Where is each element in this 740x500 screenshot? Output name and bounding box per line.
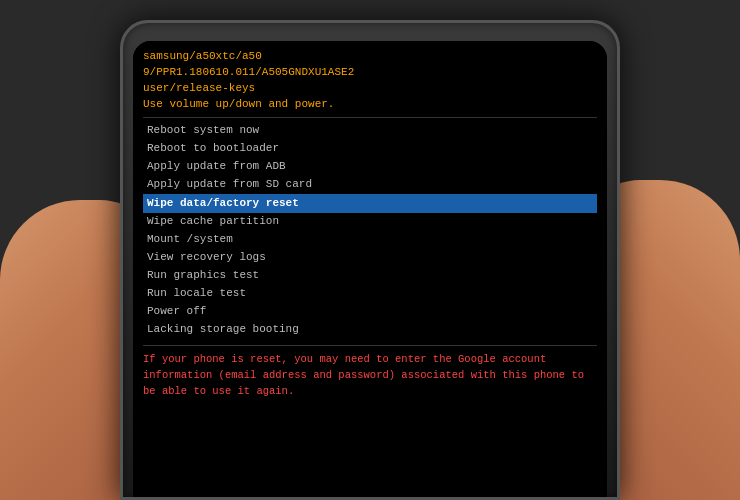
device-line1: samsung/a50xtc/a50 (143, 49, 597, 65)
menu-item-lacking-storage[interactable]: Lacking storage booting (143, 321, 597, 339)
menu-item-apply-sd[interactable]: Apply update from SD card (143, 176, 597, 194)
menu-item-apply-adb[interactable]: Apply update from ADB (143, 158, 597, 176)
menu-item-wipe-cache[interactable]: Wipe cache partition (143, 213, 597, 231)
warning-section: If your phone is reset, you may need to … (143, 345, 597, 399)
menu-item-graphics-test[interactable]: Run graphics test (143, 267, 597, 285)
menu-item-wipe-data[interactable]: Wipe data/factory reset (143, 194, 597, 214)
menu-item-reboot-bootloader[interactable]: Reboot to bootloader (143, 140, 597, 158)
phone-body: samsung/a50xtc/a50 9/PPR1.180610.011/A50… (120, 20, 620, 500)
device-line2: 9/PPR1.180610.011/A505GNDXU1ASE2 (143, 65, 597, 81)
menu-item-mount-system[interactable]: Mount /system (143, 231, 597, 249)
phone-screen: samsung/a50xtc/a50 9/PPR1.180610.011/A50… (133, 41, 607, 497)
divider-top (143, 117, 597, 118)
recovery-menu: Reboot system now Reboot to bootloader A… (143, 122, 597, 339)
menu-item-view-logs[interactable]: View recovery logs (143, 249, 597, 267)
device-line4: Use volume up/down and power. (143, 97, 597, 113)
menu-item-locale-test[interactable]: Run locale test (143, 285, 597, 303)
scene: samsung/a50xtc/a50 9/PPR1.180610.011/A50… (0, 0, 740, 500)
menu-item-reboot-system[interactable]: Reboot system now (143, 122, 597, 140)
device-info: samsung/a50xtc/a50 9/PPR1.180610.011/A50… (143, 49, 597, 113)
device-line3: user/release-keys (143, 81, 597, 97)
warning-text: If your phone is reset, you may need to … (143, 352, 597, 399)
menu-item-power-off[interactable]: Power off (143, 303, 597, 321)
recovery-ui: samsung/a50xtc/a50 9/PPR1.180610.011/A50… (133, 41, 607, 497)
